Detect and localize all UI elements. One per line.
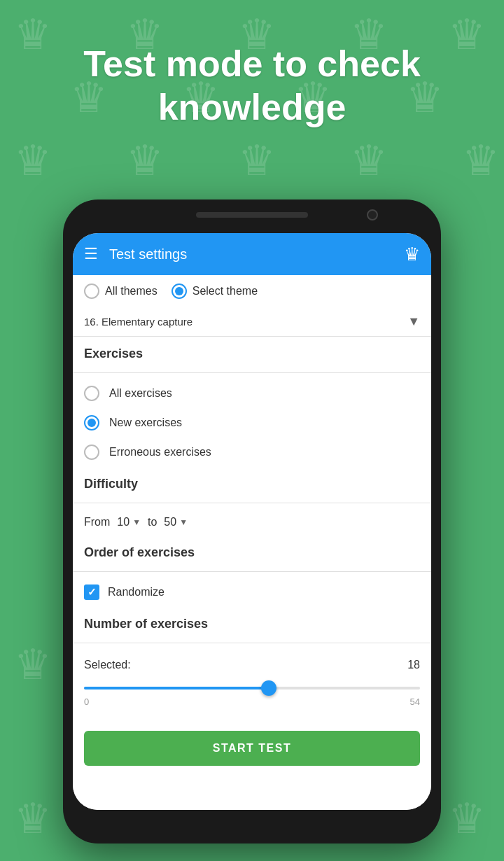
select-theme-option[interactable]: Select theme <box>172 284 258 299</box>
erroneous-exercises-label: Erroneous exercises <box>109 446 211 458</box>
to-label: to <box>148 516 157 528</box>
to-value: 50 <box>164 516 176 528</box>
order-section-header: Order of exercises <box>73 536 431 566</box>
app-bar-title: Test settings <box>109 246 393 262</box>
all-exercises-radio[interactable] <box>84 386 99 401</box>
header-title: Test mode to check knowledge <box>83 43 421 127</box>
phone-screen: ☰ Test settings ♛ All themes Select them… <box>73 233 431 810</box>
menu-icon[interactable]: ☰ <box>84 245 98 263</box>
randomize-checkbox[interactable]: ✓ <box>84 584 99 600</box>
randomize-label: Randomize <box>108 586 164 598</box>
slider-max-label: 54 <box>410 696 420 707</box>
new-exercises-option[interactable]: New exercises <box>73 408 431 438</box>
all-exercises-option[interactable]: All exercises <box>73 379 431 408</box>
slider-track <box>84 687 420 690</box>
start-test-button[interactable]: START TEST <box>84 731 420 766</box>
erroneous-exercises-radio[interactable] <box>84 444 99 460</box>
bg-chess-14: ♛ <box>462 140 500 182</box>
start-button-container: START TEST <box>73 720 431 777</box>
theme-dropdown-value: 16. Elementary capture <box>84 316 407 328</box>
bg-chess-10: ♛ <box>14 140 52 182</box>
all-themes-radio[interactable] <box>84 284 99 299</box>
divider-1 <box>73 372 431 373</box>
select-theme-label: Select theme <box>192 285 258 298</box>
erroneous-exercises-option[interactable]: Erroneous exercises <box>73 438 431 467</box>
theme-dropdown-arrow-icon: ▼ <box>407 314 420 329</box>
from-label: From <box>84 516 110 528</box>
from-value: 10 <box>117 516 130 528</box>
bg-chess-12: ♛ <box>238 140 276 182</box>
divider-3 <box>73 571 431 572</box>
theme-options-row: All themes Select theme <box>73 275 431 307</box>
randomize-row[interactable]: ✓ Randomize <box>73 578 431 607</box>
all-themes-option[interactable]: All themes <box>84 284 158 299</box>
select-theme-radio[interactable] <box>172 284 187 299</box>
bg-chess-19: ♛ <box>14 798 52 840</box>
selected-row: Selected: 18 <box>84 656 420 674</box>
bg-chess-13: ♛ <box>350 140 388 182</box>
bg-chess-11: ♛ <box>126 140 164 182</box>
from-value-dropdown[interactable]: 10 ▼ <box>117 516 141 528</box>
number-section: Selected: 18 0 54 <box>73 649 431 720</box>
slider-thumb[interactable] <box>261 680 276 696</box>
exercises-slider-container[interactable]: 0 54 <box>84 674 420 713</box>
from-arrow-icon: ▼ <box>132 517 141 527</box>
chess-king-icon[interactable]: ♛ <box>404 244 420 265</box>
theme-dropdown[interactable]: 16. Elementary capture ▼ <box>73 307 431 337</box>
bg-chess-15: ♛ <box>14 644 52 686</box>
divider-4 <box>73 643 431 643</box>
all-exercises-label: All exercises <box>109 387 172 400</box>
divider-2 <box>73 503 431 503</box>
all-themes-label: All themes <box>105 285 158 298</box>
app-bar: ☰ Test settings ♛ <box>73 233 431 275</box>
new-exercises-radio[interactable] <box>84 415 99 430</box>
settings-content: All themes Select theme 16. Elementary c… <box>73 275 431 810</box>
new-exercises-radio-dot <box>88 419 96 427</box>
selected-value: 18 <box>407 659 420 671</box>
slider-labels: 0 54 <box>84 696 420 707</box>
page-header: Test mode to check knowledge <box>0 42 504 130</box>
phone-notch <box>196 212 308 218</box>
difficulty-row: From 10 ▼ to 50 ▼ <box>73 509 431 536</box>
slider-fill <box>84 687 269 690</box>
bg-chess-20: ♛ <box>448 798 486 840</box>
phone-camera <box>367 209 378 220</box>
select-theme-radio-dot <box>175 287 183 295</box>
phone-frame: ☰ Test settings ♛ All themes Select them… <box>63 200 441 844</box>
new-exercises-label: New exercises <box>109 416 182 429</box>
selected-label: Selected: <box>84 659 131 671</box>
checkmark-icon: ✓ <box>88 586 97 598</box>
slider-min-label: 0 <box>84 696 89 707</box>
difficulty-section-header: Difficulty <box>73 467 431 497</box>
to-value-dropdown[interactable]: 50 ▼ <box>164 516 188 528</box>
exercises-section-header: Exercises <box>73 337 431 367</box>
to-arrow-icon: ▼ <box>179 517 188 527</box>
number-section-header: Number of exercises <box>73 607 431 637</box>
